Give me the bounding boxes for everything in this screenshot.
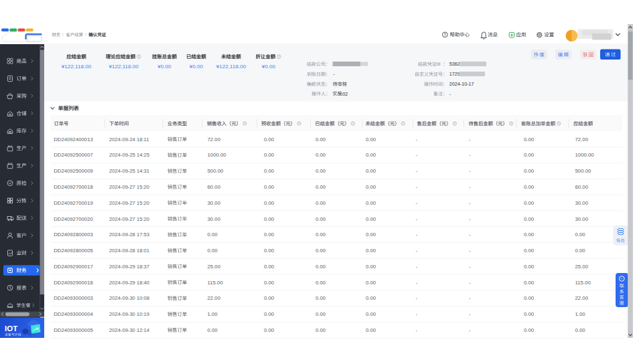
svg-text:0.00: 0.00 xyxy=(366,248,376,254)
svg-text:2024-09-25 14:31: 2024-09-25 14:31 xyxy=(109,168,149,174)
svg-text:0.00: 0.00 xyxy=(315,295,326,301)
svg-text:2024-09-29 18:40: 2024-09-29 18:40 xyxy=(109,280,149,286)
svg-text:22.00: 22.00 xyxy=(575,295,589,301)
svg-text:1000.00: 1000.00 xyxy=(575,152,595,158)
svg-text:0.00: 0.00 xyxy=(315,136,326,143)
svg-text:72.00: 72.00 xyxy=(208,136,221,143)
svg-text:0.00: 0.00 xyxy=(208,327,218,333)
svg-text:0.00: 0.00 xyxy=(264,311,275,317)
svg-text:0.00: 0.00 xyxy=(524,152,535,158)
svg-text:2024-09-28 17:53: 2024-09-28 17:53 xyxy=(109,232,149,238)
svg-text:/: / xyxy=(85,32,86,37)
svg-text:2024-09-27 15:20: 2024-09-27 15:20 xyxy=(109,184,149,190)
svg-text:115.00: 115.00 xyxy=(575,280,591,286)
svg-text:0.00: 0.00 xyxy=(315,311,326,317)
svg-text:2024-09-28 18:01: 2024-09-28 18:01 xyxy=(109,248,149,254)
svg-text:0.00: 0.00 xyxy=(366,200,376,206)
svg-text:0.00: 0.00 xyxy=(575,232,586,238)
svg-text:id: id xyxy=(437,62,441,66)
svg-text:2024-09-30 10:08: 2024-09-30 10:08 xyxy=(109,295,149,301)
svg-text:1729: 1729 xyxy=(449,71,460,77)
svg-text:0.00: 0.00 xyxy=(315,327,326,333)
svg-text:2024-09-24 18:11: 2024-09-24 18:11 xyxy=(109,136,149,143)
svg-text:0.00: 0.00 xyxy=(208,248,218,254)
svg-text:2024-09-27 15:20: 2024-09-27 15:20 xyxy=(109,216,149,222)
svg-text:0.00: 0.00 xyxy=(264,216,275,222)
svg-text:0.00: 0.00 xyxy=(315,168,326,174)
svg-text:1.00: 1.00 xyxy=(575,311,586,317)
svg-text:0.00: 0.00 xyxy=(524,280,535,286)
svg-text:0.00: 0.00 xyxy=(264,200,275,206)
svg-text:0.00: 0.00 xyxy=(315,152,326,158)
svg-text:60.00: 60.00 xyxy=(575,184,589,190)
svg-text:¥122,118.00: ¥122,118.00 xyxy=(61,64,92,70)
svg-text:0.00: 0.00 xyxy=(264,295,275,301)
svg-text:0.00: 0.00 xyxy=(524,136,535,143)
svg-text:0.00: 0.00 xyxy=(366,295,376,301)
svg-text:0.00: 0.00 xyxy=(264,184,275,190)
svg-text:DD24092700018: DD24092700018 xyxy=(54,184,93,190)
svg-text:0.00: 0.00 xyxy=(524,232,535,238)
svg-text:DD24093000003: DD24093000003 xyxy=(54,295,93,301)
svg-text:0.00: 0.00 xyxy=(315,280,326,286)
svg-text:0.00: 0.00 xyxy=(524,200,535,206)
svg-text:¥0.00: ¥0.00 xyxy=(261,64,276,70)
svg-text:¥122,118.00: ¥122,118.00 xyxy=(108,64,139,70)
svg-text:0.00: 0.00 xyxy=(264,280,275,286)
svg-text:DD24092900018: DD24092900018 xyxy=(54,280,93,286)
svg-text:30.00: 30.00 xyxy=(208,216,221,222)
svg-text:0.00: 0.00 xyxy=(524,264,535,270)
svg-text:0.00: 0.00 xyxy=(366,232,376,238)
svg-text:0.00: 0.00 xyxy=(366,216,376,222)
svg-text:0.00: 0.00 xyxy=(264,168,275,174)
svg-text:30.00: 30.00 xyxy=(575,216,589,222)
svg-text:0.00: 0.00 xyxy=(366,136,376,143)
svg-text:0.00: 0.00 xyxy=(208,232,218,238)
svg-text:0.00: 0.00 xyxy=(264,248,275,254)
svg-text:0.00: 0.00 xyxy=(264,264,275,270)
svg-text:0.00: 0.00 xyxy=(315,184,326,190)
svg-text:25.00: 25.00 xyxy=(575,264,589,270)
svg-text:/: / xyxy=(62,32,64,37)
svg-text:0.00: 0.00 xyxy=(575,327,586,333)
svg-text:IOT: IOT xyxy=(5,325,17,333)
svg-text:22.00: 22.00 xyxy=(208,295,221,301)
svg-text:5362: 5362 xyxy=(449,61,460,67)
svg-text:DD24092500009: DD24092500009 xyxy=(54,168,93,174)
svg-text:2024-09-29 18:37: 2024-09-29 18:37 xyxy=(109,264,149,270)
svg-text:0.00: 0.00 xyxy=(524,295,535,301)
svg-text:115.00: 115.00 xyxy=(208,280,224,286)
svg-text:0.00: 0.00 xyxy=(366,327,376,333)
svg-text:1.00: 1.00 xyxy=(208,311,218,317)
svg-text:DD24093000004: DD24093000004 xyxy=(54,311,93,317)
svg-text:0.00: 0.00 xyxy=(264,327,275,333)
svg-text:DD24092400013: DD24092400013 xyxy=(54,136,93,143)
svg-text:DD24092700019: DD24092700019 xyxy=(54,200,93,206)
svg-text:30.00: 30.00 xyxy=(208,200,221,206)
svg-text:DD24092800003: DD24092800003 xyxy=(54,232,93,238)
svg-text:1000.00: 1000.00 xyxy=(208,152,227,158)
svg-text:DD24092800005: DD24092800005 xyxy=(54,248,93,254)
svg-text:¥122,118.00: ¥122,118.00 xyxy=(216,64,247,70)
svg-text:0.00: 0.00 xyxy=(575,248,586,254)
svg-text:0.00: 0.00 xyxy=(366,264,376,270)
svg-text:DD24092700020: DD24092700020 xyxy=(54,216,93,222)
svg-text:¥0.00: ¥0.00 xyxy=(157,64,171,70)
svg-text:0.00: 0.00 xyxy=(264,152,275,158)
svg-text:0.00: 0.00 xyxy=(315,232,326,238)
svg-text:0.00: 0.00 xyxy=(366,280,376,286)
svg-text:0.00: 0.00 xyxy=(366,168,376,174)
svg-text:30.00: 30.00 xyxy=(575,200,589,206)
svg-text:DD24092500007: DD24092500007 xyxy=(54,152,93,158)
svg-text:0.00: 0.00 xyxy=(366,311,376,317)
svg-text:2024-09-30 10:19: 2024-09-30 10:19 xyxy=(109,311,149,317)
svg-text:0.00: 0.00 xyxy=(524,327,535,333)
svg-text:0.00: 0.00 xyxy=(315,216,326,222)
svg-text:DD24093000005: DD24093000005 xyxy=(54,327,93,333)
svg-text:0.00: 0.00 xyxy=(315,200,326,206)
svg-text:2024-10-17: 2024-10-17 xyxy=(449,81,474,87)
svg-text:25.00: 25.00 xyxy=(208,264,221,270)
svg-text:500.00: 500.00 xyxy=(208,168,224,174)
svg-text:02: 02 xyxy=(342,91,348,97)
svg-text:0.00: 0.00 xyxy=(524,168,535,174)
